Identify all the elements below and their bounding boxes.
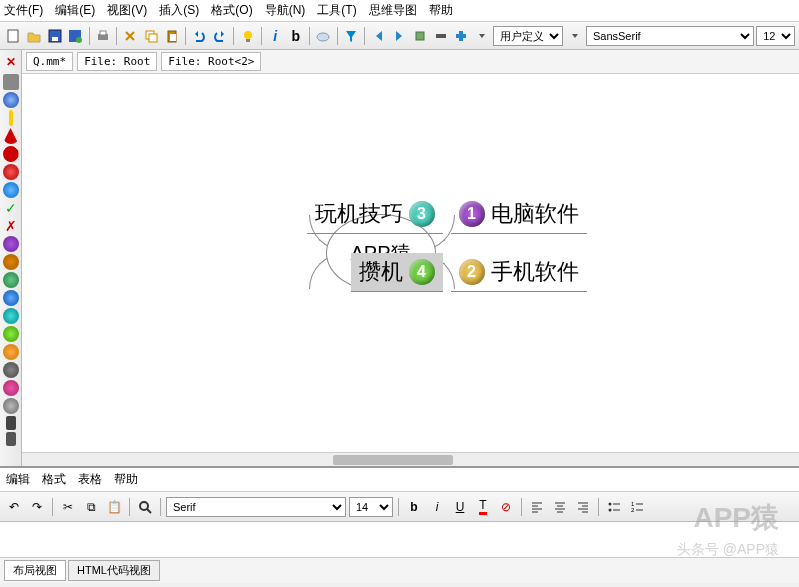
dropdown-icon[interactable] [473, 26, 492, 46]
font-color-icon[interactable]: T [473, 497, 493, 517]
add-sibling-icon[interactable] [452, 26, 471, 46]
node-pc-software[interactable]: 1 电脑软件 [451, 195, 587, 234]
menu-file[interactable]: 文件(F) [4, 2, 43, 19]
warning-icon[interactable] [3, 128, 19, 144]
font-combo[interactable]: SansSerif [586, 26, 754, 46]
separator [337, 27, 338, 45]
print-icon[interactable] [94, 26, 113, 46]
svg-rect-0 [8, 30, 18, 42]
find-icon[interactable] [135, 497, 155, 517]
italic-icon[interactable]: i [427, 497, 447, 517]
menu-format[interactable]: 格式(O) [211, 2, 252, 19]
new-icon[interactable] [4, 26, 23, 46]
style-combo[interactable]: 用户定义. [493, 26, 563, 46]
cancel-icon[interactable] [3, 164, 19, 180]
menu-mindmap[interactable]: 思维导图 [369, 2, 417, 19]
idea-icon[interactable] [238, 26, 257, 46]
copy-icon[interactable]: ⧉ [81, 497, 101, 517]
phone-icon[interactable] [6, 432, 16, 446]
horizontal-scrollbar[interactable] [22, 452, 799, 466]
menu-navigate[interactable]: 导航(N) [265, 2, 306, 19]
redo-icon[interactable] [211, 26, 230, 46]
font-size-combo[interactable]: 12 [756, 26, 795, 46]
redo-icon[interactable]: ↷ [27, 497, 47, 517]
bold-icon[interactable]: b [404, 497, 424, 517]
priority-7-icon[interactable] [3, 344, 19, 360]
align-right-icon[interactable] [573, 497, 593, 517]
close-icon[interactable]: ✕ [1, 52, 21, 72]
node-tips[interactable]: 玩机技巧 3 [307, 195, 443, 234]
stop-icon[interactable] [3, 146, 19, 162]
bp-size-combo[interactable]: 14 [349, 497, 393, 517]
priority-1-icon[interactable] [3, 236, 19, 252]
bp-menu-edit[interactable]: 编辑 [6, 471, 30, 488]
menu-help[interactable]: 帮助 [429, 2, 453, 19]
tab-html-view[interactable]: HTML代码视图 [68, 560, 160, 581]
svg-rect-8 [149, 34, 157, 42]
bp-menu-help[interactable]: 帮助 [114, 471, 138, 488]
priority-5-icon[interactable] [3, 308, 19, 324]
paste-icon[interactable]: 📋 [104, 497, 124, 517]
info-icon[interactable] [9, 110, 13, 126]
trash-icon[interactable] [3, 74, 19, 90]
ok-icon[interactable]: ✓ [3, 200, 19, 216]
node-mobile-software[interactable]: 2 手机软件 [451, 253, 587, 292]
align-left-icon[interactable] [527, 497, 547, 517]
priority-0-icon[interactable] [3, 398, 19, 414]
main-toolbar: i b 用户定义. SansSerif 12 [0, 22, 799, 50]
separator [233, 27, 234, 45]
bp-font-combo[interactable]: Serif [166, 497, 346, 517]
tab-root2[interactable]: File: Root<2> [161, 52, 261, 71]
bp-menu-table[interactable]: 表格 [78, 471, 102, 488]
priority-9-icon[interactable] [3, 380, 19, 396]
svg-point-13 [317, 33, 329, 41]
node-label: 手机软件 [491, 257, 579, 287]
filter-icon[interactable] [342, 26, 361, 46]
cut-icon[interactable] [121, 26, 140, 46]
cut-icon[interactable]: ✂ [58, 497, 78, 517]
cloud-icon[interactable] [314, 26, 333, 46]
priority-3-icon[interactable] [3, 272, 19, 288]
remove-icon[interactable] [431, 26, 450, 46]
mindmap-canvas[interactable]: APP猿 玩机技巧 3 攒机 4 1 电脑软件 2 手机软件 [22, 74, 799, 452]
clear-format-icon[interactable]: ⊘ [496, 497, 516, 517]
undo-icon[interactable]: ↶ [4, 497, 24, 517]
save-icon[interactable] [45, 26, 64, 46]
priority-6-icon[interactable] [3, 326, 19, 342]
watermark-sub: 头条号 @APP猿 [677, 541, 779, 559]
menu-tools[interactable]: 工具(T) [317, 2, 356, 19]
svg-rect-2 [52, 37, 58, 41]
menu-view[interactable]: 视图(V) [107, 2, 147, 19]
save-as-icon[interactable] [66, 26, 85, 46]
italic-icon[interactable]: i [266, 26, 285, 46]
list-bullet-icon[interactable] [604, 497, 624, 517]
no-icon[interactable]: ✗ [3, 218, 19, 234]
underline-icon[interactable]: U [450, 497, 470, 517]
open-icon[interactable] [25, 26, 44, 46]
add-box-icon[interactable] [411, 26, 430, 46]
node-build[interactable]: 攒机 4 [351, 253, 443, 292]
priority-4-icon[interactable] [3, 290, 19, 306]
nav-right-icon[interactable] [390, 26, 409, 46]
priority-2-icon[interactable] [3, 254, 19, 270]
menu-insert[interactable]: 插入(S) [159, 2, 199, 19]
nav-left-icon[interactable] [369, 26, 388, 46]
tab-layout-view[interactable]: 布局视图 [4, 560, 66, 581]
list-number-icon[interactable]: 12 [627, 497, 647, 517]
info2-icon[interactable] [3, 182, 19, 198]
menu-edit[interactable]: 编辑(E) [55, 2, 95, 19]
dropdown-icon[interactable] [565, 26, 584, 46]
paste-icon[interactable] [162, 26, 181, 46]
help-icon[interactable] [3, 92, 19, 108]
bold-icon[interactable]: b [287, 26, 306, 46]
scrollbar-thumb[interactable] [333, 455, 453, 465]
tab-root1[interactable]: File: Root [77, 52, 157, 71]
priority-8-icon[interactable] [3, 362, 19, 378]
align-center-icon[interactable] [550, 497, 570, 517]
copy-icon[interactable] [142, 26, 161, 46]
node-label: 玩机技巧 [315, 199, 403, 229]
bp-menu-format[interactable]: 格式 [42, 471, 66, 488]
battery-icon[interactable] [6, 416, 16, 430]
undo-icon[interactable] [190, 26, 209, 46]
tab-current[interactable]: Q.mm* [26, 52, 73, 71]
